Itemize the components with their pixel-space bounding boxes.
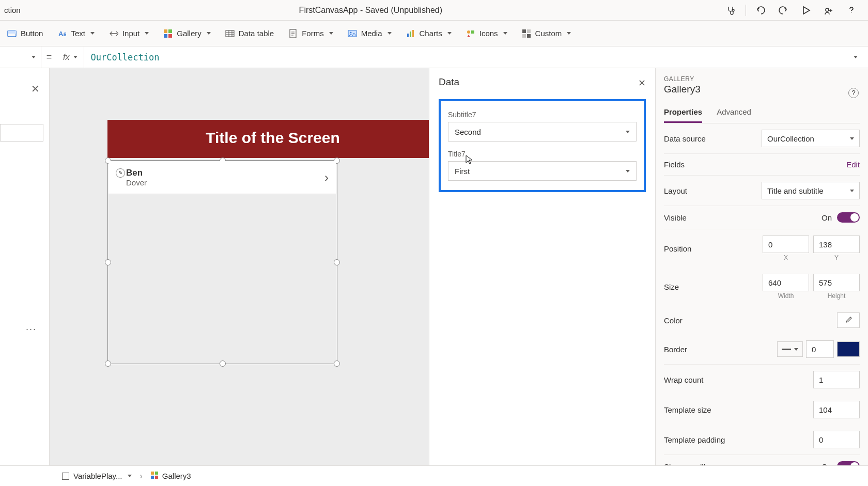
input-icon bbox=[109, 29, 118, 38]
tab-advanced[interactable]: Advanced bbox=[717, 104, 751, 123]
prop-fields-edit-link[interactable]: Edit bbox=[846, 160, 860, 169]
gallery-item[interactable]: ✎ Ben Dover › bbox=[109, 161, 336, 194]
svg-point-0 bbox=[732, 9, 734, 11]
charts-icon bbox=[406, 29, 415, 38]
svg-rect-3 bbox=[8, 30, 16, 34]
title-bar: ction FirstCanvasApp - Saved (Unpublishe… bbox=[0, 0, 868, 21]
prop-color-picker[interactable] bbox=[837, 312, 860, 328]
help-icon[interactable] bbox=[841, 0, 862, 21]
ribbon-charts[interactable]: Charts bbox=[406, 29, 452, 38]
prop-visible-toggle[interactable] bbox=[837, 212, 860, 223]
svg-rect-13 bbox=[407, 34, 409, 37]
prop-size-label: Size bbox=[664, 283, 679, 291]
formula-bar: = fx OurCollection bbox=[0, 46, 868, 68]
ribbon-text[interactable]: Aa Text bbox=[57, 29, 95, 38]
prop-size-height[interactable]: 575 bbox=[813, 274, 860, 291]
chevron-right-icon[interactable]: › bbox=[324, 170, 329, 185]
prop-position-y[interactable]: 138 bbox=[813, 236, 860, 253]
edit-pencil-icon[interactable]: ✎ bbox=[116, 168, 125, 178]
gallery-icon bbox=[163, 29, 173, 38]
breadcrumb-bar: VariablePlay... › Gallery3 bbox=[0, 465, 868, 486]
breadcrumb-control[interactable]: Gallery3 bbox=[151, 472, 191, 480]
gallery-small-icon bbox=[151, 472, 158, 480]
tree-item-more-icon[interactable]: ··· bbox=[26, 324, 37, 335]
prop-data-source-label: Data source bbox=[664, 134, 706, 143]
ribbon-gallery[interactable]: Gallery bbox=[163, 29, 211, 38]
prop-border-color[interactable] bbox=[837, 341, 860, 357]
prop-position-label: Position bbox=[664, 244, 691, 253]
undo-icon[interactable] bbox=[750, 0, 771, 21]
equals-sign: = bbox=[41, 52, 57, 62]
screen-canvas: Title of the Screen bbox=[107, 120, 429, 158]
svg-point-12 bbox=[350, 32, 351, 33]
prop-border-width[interactable]: 0 bbox=[806, 340, 834, 358]
button-icon bbox=[7, 29, 17, 38]
ribbon-media[interactable]: Media bbox=[348, 29, 392, 38]
prop-size-width[interactable]: 640 bbox=[763, 274, 809, 291]
share-icon[interactable] bbox=[818, 0, 839, 21]
close-data-pane-icon[interactable]: ✕ bbox=[638, 77, 646, 89]
breadcrumb-screen[interactable]: VariablePlay... bbox=[62, 472, 132, 480]
prop-scrollbar-label: Show scrollbar bbox=[664, 462, 715, 466]
prop-template-padding-input[interactable]: 0 bbox=[813, 431, 860, 448]
ribbon-button[interactable]: Button bbox=[7, 29, 43, 38]
prop-visible-label: Visible bbox=[664, 213, 687, 222]
svg-rect-21 bbox=[527, 34, 531, 38]
prop-position-x[interactable]: 0 bbox=[763, 236, 809, 253]
forms-icon bbox=[288, 29, 298, 38]
field-label-title: Title7 bbox=[448, 150, 637, 158]
svg-rect-14 bbox=[410, 32, 411, 37]
expand-formula-icon[interactable] bbox=[853, 56, 868, 58]
formula-input[interactable]: OurCollection bbox=[84, 52, 853, 62]
ribbon-input[interactable]: Input bbox=[109, 29, 149, 38]
svg-rect-5 bbox=[164, 29, 167, 33]
table-icon bbox=[225, 29, 235, 38]
tree-search-box[interactable] bbox=[0, 124, 43, 142]
ribbon-forms[interactable]: Forms bbox=[288, 29, 333, 38]
help-circle-icon[interactable]: ? bbox=[848, 88, 859, 98]
prop-wrap-input[interactable]: 1 bbox=[813, 371, 860, 388]
prop-scrollbar-text: On bbox=[822, 462, 832, 466]
svg-rect-6 bbox=[168, 29, 172, 33]
play-icon[interactable] bbox=[796, 0, 816, 21]
redo-icon[interactable] bbox=[773, 0, 794, 21]
tab-properties[interactable]: Properties bbox=[664, 104, 702, 123]
ribbon: Button Aa Text Input Gallery Data table … bbox=[0, 21, 868, 46]
fx-label[interactable]: fx bbox=[57, 46, 84, 68]
custom-icon bbox=[522, 29, 531, 38]
ribbon-custom[interactable]: Custom bbox=[522, 29, 571, 38]
property-selector[interactable] bbox=[0, 46, 41, 68]
ribbon-icons[interactable]: Icons bbox=[466, 29, 507, 38]
svg-rect-25 bbox=[155, 476, 158, 479]
ribbon-data-table[interactable]: Data table bbox=[225, 29, 274, 38]
prop-scrollbar-toggle[interactable] bbox=[837, 461, 860, 465]
prop-layout-select[interactable]: Title and subtitle bbox=[762, 182, 860, 199]
svg-rect-17 bbox=[471, 30, 474, 34]
canvas-area[interactable]: Title of the Screen ✎ Ben Dover › bbox=[50, 68, 429, 465]
breadcrumb-separator: › bbox=[140, 472, 143, 481]
field-label-subtitle: Subtitle7 bbox=[448, 111, 637, 119]
prop-border-label: Border bbox=[664, 345, 687, 354]
prop-data-source-select[interactable]: OurCollection bbox=[762, 130, 860, 147]
prop-visible-text: On bbox=[822, 213, 832, 222]
svg-rect-9 bbox=[226, 30, 234, 37]
icons-icon bbox=[466, 29, 475, 38]
svg-rect-7 bbox=[164, 34, 167, 38]
field-select-title[interactable]: First bbox=[448, 161, 637, 181]
tree-view-pane: ✕ ··· bbox=[0, 68, 50, 465]
properties-pane: GALLERY Gallery3 ? Properties Advanced D… bbox=[655, 68, 868, 465]
prop-border-style[interactable] bbox=[777, 341, 803, 357]
screen-icon bbox=[62, 473, 69, 480]
control-category: GALLERY bbox=[664, 75, 860, 83]
close-tree-icon[interactable]: ✕ bbox=[31, 83, 40, 95]
svg-text:Aa: Aa bbox=[58, 30, 66, 38]
screen-title-label: Title of the Screen bbox=[107, 120, 429, 158]
svg-point-1 bbox=[826, 8, 829, 11]
prop-template-size-label: Template size bbox=[664, 405, 711, 414]
prop-template-size-input[interactable]: 104 bbox=[813, 401, 860, 418]
stethoscope-icon[interactable] bbox=[721, 0, 741, 21]
prop-layout-label: Layout bbox=[664, 186, 687, 195]
field-select-subtitle[interactable]: Second bbox=[448, 122, 637, 142]
data-pane: Data ✕ Subtitle7 Second Title7 First bbox=[429, 68, 655, 465]
svg-rect-15 bbox=[412, 30, 414, 37]
